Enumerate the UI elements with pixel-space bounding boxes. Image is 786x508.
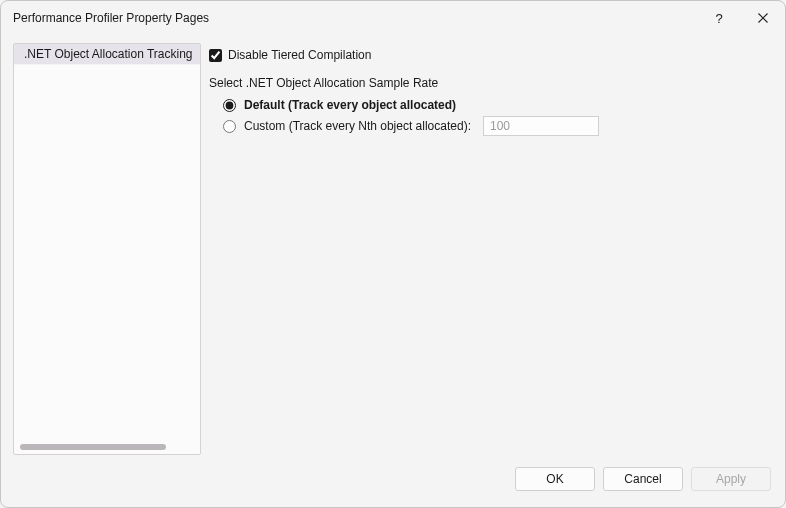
titlebar: Performance Profiler Property Pages ? (1, 1, 785, 35)
sidebar: .NET Object Allocation Tracking (13, 43, 201, 455)
help-button[interactable]: ? (697, 3, 741, 33)
custom-n-input[interactable] (483, 116, 599, 136)
apply-button: Apply (691, 467, 771, 491)
dialog-title: Performance Profiler Property Pages (13, 11, 209, 25)
cancel-button-label: Cancel (624, 472, 661, 486)
close-icon (758, 13, 768, 23)
ok-button[interactable]: OK (515, 467, 595, 491)
radio-custom-clickable[interactable]: Custom (Track every Nth object allocated… (223, 116, 471, 136)
sidebar-item-net-object-allocation[interactable]: .NET Object Allocation Tracking (14, 44, 200, 65)
radio-custom-label: Custom (Track every Nth object allocated… (244, 119, 471, 133)
radio-default[interactable] (223, 99, 236, 112)
sample-rate-section-label: Select .NET Object Allocation Sample Rat… (209, 73, 773, 93)
help-icon: ? (715, 11, 722, 26)
disable-tiered-compilation-row[interactable]: Disable Tiered Compilation (209, 45, 773, 65)
content-area: .NET Object Allocation Tracking Disable … (1, 35, 785, 459)
main-panel: Disable Tiered Compilation Select .NET O… (209, 43, 773, 455)
scrollbar-thumb[interactable] (20, 444, 166, 450)
close-button[interactable] (741, 3, 785, 33)
sidebar-horizontal-scrollbar[interactable] (20, 444, 194, 450)
radio-default-label: Default (Track every object allocated) (244, 98, 456, 112)
sidebar-item-label: .NET Object Allocation Tracking (24, 47, 193, 61)
disable-tiered-compilation-checkbox[interactable] (209, 49, 222, 62)
cancel-button[interactable]: Cancel (603, 467, 683, 491)
radio-default-row[interactable]: Default (Track every object allocated) (209, 95, 773, 115)
dialog-footer: OK Cancel Apply (1, 459, 785, 507)
apply-button-label: Apply (716, 472, 746, 486)
ok-button-label: OK (546, 472, 563, 486)
dialog-window: Performance Profiler Property Pages ? .N… (0, 0, 786, 508)
radio-custom[interactable] (223, 120, 236, 133)
disable-tiered-compilation-label: Disable Tiered Compilation (228, 48, 371, 62)
radio-custom-row: Custom (Track every Nth object allocated… (209, 115, 773, 137)
